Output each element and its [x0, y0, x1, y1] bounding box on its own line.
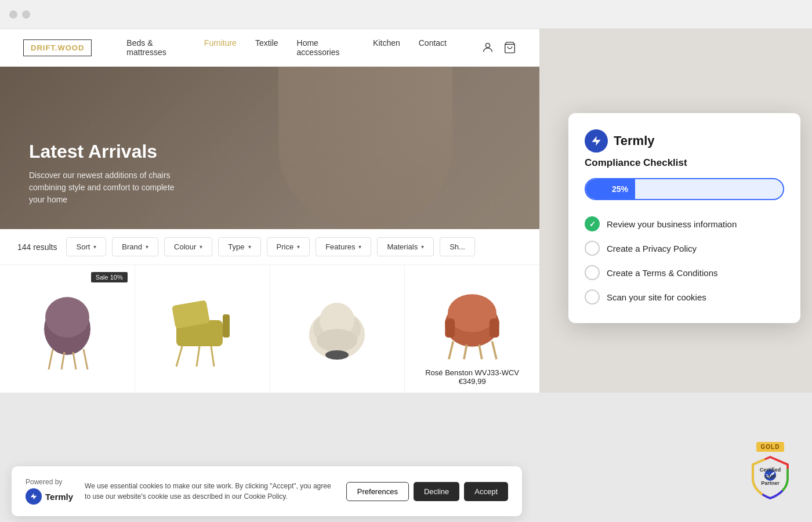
- accept-button[interactable]: Accept: [464, 482, 508, 501]
- site-container: DRIFT.WOOD Beds & mattresses Furniture T…: [0, 29, 539, 393]
- svg-rect-23: [490, 318, 499, 338]
- nav-contact[interactable]: Contact: [419, 38, 447, 57]
- decline-button[interactable]: Decline: [414, 482, 459, 501]
- logo-text: DRIFT.WOOD: [31, 44, 84, 52]
- termly-inline-brand: Termly: [26, 488, 73, 505]
- svg-line-6: [73, 352, 76, 369]
- progress-bar-fill: 25%: [586, 179, 635, 199]
- product-card-1[interactable]: Sale 10%: [0, 265, 135, 393]
- sort-filter[interactable]: Sort ▾: [66, 237, 106, 256]
- check-circle-4: [585, 289, 600, 304]
- colour-filter[interactable]: Colour ▾: [164, 237, 212, 256]
- cookie-banner: Powered by Termly We use essential cooki…: [12, 466, 522, 516]
- sale-badge-1: Sale 10%: [91, 272, 128, 282]
- progress-text: 25%: [612, 184, 628, 194]
- svg-line-24: [449, 342, 453, 360]
- svg-point-18: [317, 329, 357, 352]
- cookie-buttons: Preferences Decline Accept: [346, 482, 508, 501]
- product-price-4: €349,99: [459, 377, 486, 386]
- checklist-item-3[interactable]: Create a Terms & Conditions: [585, 260, 784, 285]
- svg-line-5: [61, 352, 64, 369]
- svg-point-0: [485, 44, 490, 48]
- materials-filter[interactable]: Materials ▾: [377, 237, 434, 256]
- product-image-3: [296, 285, 378, 372]
- svg-point-21: [448, 294, 496, 332]
- cookie-branding: Powered by Termly: [26, 478, 73, 505]
- progress-bar: 25%: [585, 178, 784, 200]
- nav-beds[interactable]: Beds & mattresses: [126, 38, 186, 57]
- termly-inline-icon: [26, 488, 42, 505]
- shield-body: Certified CMP Partner: [747, 454, 793, 501]
- svg-line-11: [176, 346, 182, 367]
- chair-purple-svg: [32, 285, 102, 372]
- product-name-4: Rosé Benston WVJ33-WCV: [425, 368, 519, 377]
- main-nav: Beds & mattresses Furniture Textile Home…: [126, 38, 447, 57]
- checklist-item-1[interactable]: Review your business information: [585, 212, 784, 236]
- svg-rect-10: [223, 314, 230, 338]
- gold-ribbon: GOLD: [756, 442, 785, 452]
- svg-line-13: [211, 346, 214, 367]
- product-image-1: [27, 285, 108, 372]
- svg-point-3: [45, 297, 89, 338]
- nav-furniture[interactable]: Furniture: [204, 38, 237, 57]
- browser-dot-1: [9, 10, 17, 19]
- chair-yellow-svg: [165, 285, 240, 372]
- more-filter[interactable]: Sh...: [440, 237, 475, 256]
- termly-panel: Termly Compliance Checklist 25% Review y…: [568, 113, 800, 323]
- cookie-text: We use essential cookies to make our sit…: [85, 481, 335, 502]
- header-icons: [481, 41, 516, 54]
- termly-header: Termly: [585, 129, 784, 153]
- chair-brown-svg: [434, 281, 510, 362]
- check-circle-1: [585, 216, 600, 231]
- results-count: 144 results: [17, 242, 57, 252]
- user-icon[interactable]: [481, 41, 494, 54]
- hero-subtitle: Discover our newest additions of chairs …: [29, 169, 191, 206]
- svg-line-26: [479, 345, 482, 359]
- checklist-label-3: Create a Terms & Conditions: [607, 268, 717, 278]
- termly-brand-name: Termly: [614, 133, 655, 148]
- gold-shield-container: GOLD Certified CMP Partner: [741, 441, 799, 501]
- cart-icon[interactable]: [503, 41, 516, 54]
- type-filter[interactable]: Type ▾: [218, 237, 260, 256]
- svg-line-7: [84, 349, 88, 369]
- svg-point-19: [325, 350, 349, 360]
- brand-filter[interactable]: Brand ▾: [112, 237, 158, 256]
- features-filter[interactable]: Features ▾: [316, 237, 371, 256]
- browser-dot-2: [22, 10, 30, 19]
- check-circle-3: [585, 265, 600, 280]
- checklist-item-4[interactable]: Scan your site for cookies: [585, 285, 784, 309]
- svg-marker-30: [31, 493, 37, 500]
- product-card-2[interactable]: [135, 265, 270, 393]
- nav-kitchen[interactable]: Kitchen: [373, 38, 400, 57]
- shield-text: Certified CMP Partner: [760, 467, 781, 487]
- product-image-4: [432, 278, 513, 365]
- svg-marker-28: [592, 136, 601, 146]
- checklist-label-4: Scan your site for cookies: [607, 292, 706, 302]
- svg-line-25: [464, 345, 467, 359]
- preferences-button[interactable]: Preferences: [346, 482, 409, 501]
- hero-content: Latest Arrivals Discover our newest addi…: [29, 141, 191, 206]
- site-logo[interactable]: DRIFT.WOOD: [23, 39, 92, 56]
- termly-logo-icon: [585, 129, 608, 153]
- termly-inline-name: Termly: [45, 492, 73, 502]
- check-circle-2: [585, 241, 600, 256]
- product-grid: Sale 10%: [0, 265, 539, 393]
- checklist-label-2: Create a Privacy Policy: [607, 244, 697, 253]
- powered-by-text: Powered by: [26, 478, 73, 486]
- product-card-4[interactable]: Rosé Benston WVJ33-WCV €349,99: [405, 265, 539, 393]
- checklist-item-2[interactable]: Create a Privacy Policy: [585, 236, 784, 260]
- product-card-3[interactable]: [270, 265, 405, 393]
- gold-badge: GOLD Certified CMP Partner: [741, 441, 799, 505]
- hero-title: Latest Arrivals: [29, 141, 191, 162]
- price-filter[interactable]: Price ▾: [267, 237, 310, 256]
- hero-section: Latest Arrivals Discover our newest addi…: [0, 67, 539, 229]
- checklist-title: Compliance Checklist: [585, 157, 784, 169]
- chair-cream-svg: [299, 285, 375, 372]
- svg-line-4: [49, 349, 53, 369]
- nav-home-accessories[interactable]: Home accessories: [297, 38, 354, 57]
- svg-rect-22: [445, 318, 455, 338]
- nav-textile[interactable]: Textile: [255, 38, 278, 57]
- product-image-2: [162, 285, 243, 372]
- filters-row: 144 results Sort ▾ Brand ▾ Colour ▾ Type…: [0, 229, 539, 265]
- browser-chrome: [0, 0, 812, 29]
